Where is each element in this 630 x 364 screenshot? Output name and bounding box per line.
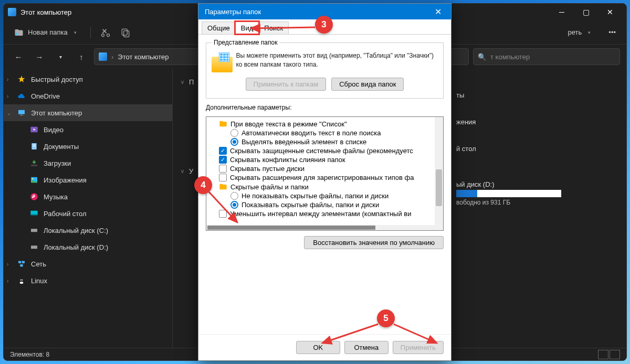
disk-usage-bar: [456, 190, 561, 197]
folder-item[interactable]: й стол: [456, 142, 626, 156]
tree-row[interactable]: Скрывать расширения для зарегистрированн…: [207, 173, 442, 182]
folder-item[interactable]: жения: [456, 115, 626, 129]
folder-item[interactable]: ты: [456, 88, 626, 102]
tree-row[interactable]: При вводе текста в режиме "Список": [207, 119, 442, 129]
svg-point-1: [101, 34, 104, 36]
tree-row[interactable]: Показывать скрытые файлы, папки и диски: [207, 200, 442, 209]
sidebar-item[interactable]: ›OneDrive: [4, 88, 172, 104]
apply-button[interactable]: Применить: [393, 341, 444, 354]
svg-rect-3: [122, 29, 127, 35]
more-button[interactable]: •••: [604, 26, 620, 38]
sidebar-item[interactable]: ⌄Этот компьютер: [4, 104, 172, 121]
recent-button[interactable]: ▾: [52, 48, 69, 65]
sidebar-item[interactable]: Музыка: [4, 188, 172, 205]
svg-rect-16: [30, 214, 37, 215]
disk-item[interactable]: ый диск (D:) вободно из 931 ГБ: [456, 177, 626, 209]
search-box[interactable]: 🔍 т компьютер: [473, 48, 620, 65]
back-button[interactable]: ←: [10, 48, 27, 65]
tree-row[interactable]: Скрывать конфликты слияния папок: [207, 155, 442, 164]
tab-general[interactable]: Общие: [202, 22, 236, 34]
callout-4: 4: [194, 176, 212, 194]
restore-defaults-button[interactable]: Восстановить значения по умолчанию: [304, 236, 444, 249]
folder-view-fieldset: Представление папок Вы можете применить …: [206, 39, 444, 99]
svg-rect-22: [22, 261, 25, 263]
close-button[interactable]: ✕: [598, 4, 622, 20]
sidebar-item[interactable]: Изображения: [4, 172, 172, 188]
up-button[interactable]: ↑: [73, 48, 90, 65]
sidebar: ›Быстрый доступ›OneDrive⌄Этот компьютерВ…: [4, 69, 173, 348]
checkbox[interactable]: [219, 165, 227, 173]
svg-rect-5: [18, 110, 25, 114]
search-icon: 🔍: [478, 53, 486, 61]
minimize-button[interactable]: ─: [550, 4, 574, 20]
svg-rect-4: [123, 30, 129, 37]
svg-rect-11: [31, 165, 37, 166]
checkbox[interactable]: [219, 210, 227, 218]
cloud-icon: [17, 92, 26, 100]
large-icons-view-icon[interactable]: [610, 350, 620, 359]
desk-icon: [30, 209, 38, 218]
view-button[interactable]: реть▾: [564, 26, 595, 38]
expand-icon[interactable]: ›: [7, 278, 8, 284]
doc-icon: [30, 142, 38, 151]
sidebar-item[interactable]: ›Сеть: [4, 255, 172, 272]
expand-icon[interactable]: ›: [7, 93, 8, 99]
expand-icon[interactable]: ›: [7, 77, 8, 82]
sidebar-item[interactable]: ›Linux: [4, 272, 172, 289]
copy-icon[interactable]: [120, 27, 131, 38]
checkbox[interactable]: [219, 156, 227, 164]
window-title: Этот компьютер: [20, 8, 71, 16]
cancel-button[interactable]: Отмена: [344, 341, 388, 354]
svg-point-13: [32, 178, 34, 180]
sidebar-item[interactable]: Локальный диск (C:): [4, 222, 172, 239]
svg-point-25: [20, 282, 24, 284]
radio[interactable]: [230, 129, 238, 137]
tree-row[interactable]: Автоматически вводить текст в поле поиск…: [207, 129, 442, 137]
sidebar-item[interactable]: ›Быстрый доступ: [4, 71, 172, 88]
sidebar-item[interactable]: Видео: [4, 121, 172, 138]
sidebar-item[interactable]: Загрузки: [4, 155, 172, 172]
net-icon: [17, 260, 26, 268]
svg-rect-21: [18, 261, 21, 263]
pc-icon: [99, 52, 107, 61]
new-folder-icon: [14, 28, 24, 37]
svg-point-20: [36, 247, 36, 247]
video-icon: [30, 125, 38, 134]
pc-icon: [17, 109, 26, 117]
linux-icon: [17, 276, 26, 285]
tab-view[interactable]: Вид: [235, 22, 259, 34]
sidebar-item[interactable]: Документы: [4, 138, 172, 155]
checkbox[interactable]: [219, 174, 227, 181]
svg-rect-23: [20, 264, 23, 266]
expand-icon[interactable]: ›: [7, 261, 8, 267]
ok-button[interactable]: OK: [296, 341, 340, 354]
tree-row[interactable]: Скрывать защищенные системные файлы (рек…: [207, 146, 442, 155]
sidebar-item[interactable]: Локальный диск (D:): [4, 239, 172, 255]
callout-3: 3: [315, 16, 333, 34]
tree-row[interactable]: Скрытые файлы и папки: [207, 182, 442, 191]
radio[interactable]: [230, 201, 238, 209]
radio[interactable]: [230, 138, 238, 146]
horizontal-scrollbar[interactable]: [206, 225, 435, 230]
expand-icon[interactable]: ⌄: [7, 110, 11, 116]
maximize-button[interactable]: ▢: [574, 4, 598, 20]
forward-button[interactable]: →: [31, 48, 48, 65]
svg-point-2: [107, 34, 109, 36]
cut-icon[interactable]: [100, 27, 111, 38]
apply-to-folders-button[interactable]: Применить к папкам: [246, 78, 327, 91]
tree-row[interactable]: Выделять введенный элемент в списке: [207, 137, 442, 146]
new-folder-button[interactable]: Новая папка▾: [10, 26, 81, 39]
reset-folders-button[interactable]: Сброс вида папок: [331, 78, 404, 91]
svg-point-18: [36, 230, 36, 230]
radio[interactable]: [230, 192, 238, 200]
tree-row[interactable]: Не показывать скрытые файлы, папки и дис…: [207, 191, 442, 200]
disk-icon: [30, 243, 38, 251]
tab-search[interactable]: Поиск: [258, 22, 289, 34]
details-view-icon[interactable]: [598, 350, 608, 359]
sidebar-item[interactable]: Рабочий стол: [4, 205, 172, 222]
tree-row[interactable]: Скрывать пустые диски: [207, 164, 442, 173]
vertical-scrollbar[interactable]: [435, 117, 443, 230]
tree-row[interactable]: Уменьшить интервал между элементами (ком…: [207, 209, 442, 218]
dialog-close-button[interactable]: ✕: [432, 7, 445, 17]
checkbox[interactable]: [219, 147, 227, 155]
